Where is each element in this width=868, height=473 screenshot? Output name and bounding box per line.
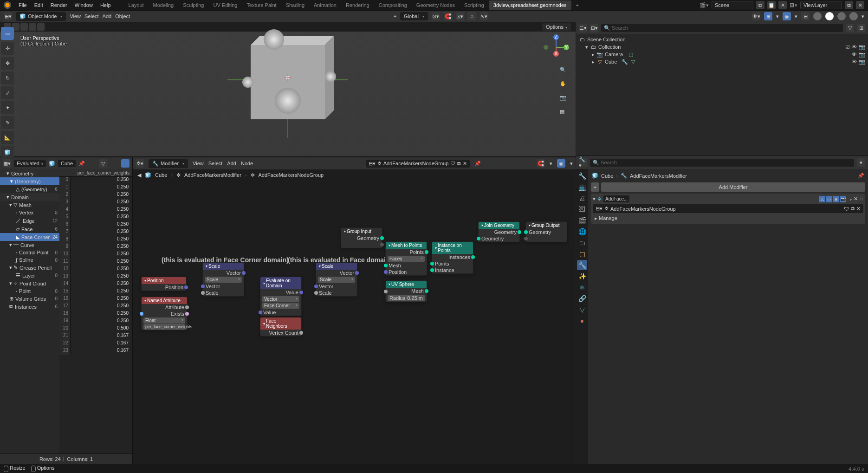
ne-menu-add[interactable]: Add <box>227 161 236 166</box>
tool-select-box-icon[interactable]: ▭ <box>1 27 14 40</box>
mod-realtime-icon[interactable]: 🖥 <box>833 196 839 202</box>
mod-render-icon[interactable]: 📷 <box>840 196 846 202</box>
viewlayer-delete-icon[interactable]: ✕ <box>856 1 864 9</box>
visibility-icon[interactable]: 👁▾ <box>752 12 760 20</box>
menu-window[interactable]: Window <box>71 2 97 8</box>
tab-texpaint[interactable]: Texture Paint <box>242 0 281 10</box>
node-scale-2[interactable]: Scale Vector Scale Vector Scale <box>316 262 357 297</box>
tree-curve[interactable]: ▾ 〰 Curve <box>0 241 59 249</box>
shading-matpreview-icon[interactable] <box>837 12 846 20</box>
tab-geonodes[interactable]: Geometry Nodes <box>412 0 460 10</box>
table-row[interactable]: 100.250 <box>59 251 132 259</box>
node-scale-1[interactable]: Scale Vector Scale Vector Scale <box>202 262 244 297</box>
outliner-camera[interactable]: ▸📷Camera▢👁📷 <box>578 51 866 58</box>
tool-scale-icon[interactable]: ⤢ <box>1 86 14 99</box>
tree-mesh[interactable]: ▾ ▽ Mesh <box>0 201 59 209</box>
pin-nodegroup-icon[interactable]: 📌 <box>474 161 481 167</box>
new-nodegroup-icon[interactable]: ⧉ <box>457 161 461 167</box>
vp-menu-object[interactable]: Object <box>115 13 130 19</box>
tree-spline[interactable]: ∫ Spline0 <box>0 256 59 264</box>
mod-top-icon[interactable]: △ <box>819 196 825 202</box>
eval-domain-type[interactable]: Vector <box>262 296 299 302</box>
camera-view-icon[interactable]: 📷 <box>560 95 571 106</box>
tab-scripting[interactable]: Scripting <box>460 0 489 10</box>
tab-sculpting[interactable]: Sculpting <box>178 0 208 10</box>
ng-fakeuser-icon[interactable]: 🛡 <box>844 206 849 212</box>
tool-annotate-icon[interactable]: ✎ <box>1 116 14 129</box>
orientation-icon[interactable]: ⌖ <box>394 13 396 19</box>
spreadsheet-editor-icon[interactable]: ▦▾ <box>3 159 11 168</box>
geonodes-type-select[interactable]: 🔧 Modifier <box>149 159 188 168</box>
menu-file[interactable]: File <box>15 2 31 8</box>
table-row[interactable]: 00.250 <box>59 177 132 184</box>
tab-shading[interactable]: Shading <box>281 0 309 10</box>
ng-unlink-icon[interactable]: ✕ <box>856 206 861 212</box>
tab-custom[interactable]: 3dview,spreadsheet,geomnodes <box>489 0 571 10</box>
spreadsheet-table[interactable]: per_face_corner_weights 00.25010.25020.2… <box>59 169 132 454</box>
sel-intersect-icon[interactable] <box>37 23 45 31</box>
table-row[interactable]: 200.500 <box>59 325 132 333</box>
node-editor-type-icon[interactable]: ✲▾ <box>136 159 144 168</box>
nodegroup-browse-icon[interactable]: ⊟▾ <box>369 161 376 167</box>
table-row[interactable]: 40.250 <box>59 207 132 214</box>
persp-ortho-icon[interactable]: ▦ <box>560 109 571 120</box>
pan-icon[interactable]: ✋ <box>560 81 571 92</box>
node-position[interactable]: Position Position <box>141 277 187 291</box>
node-face-neighbors[interactable]: Face Neighbors Vertex Count <box>260 317 302 337</box>
table-row[interactable]: 210.167 <box>59 333 132 340</box>
tab-constraints-icon[interactable]: 🔗 <box>577 293 587 304</box>
node-mesh-to-points[interactable]: Mesh to Points Points Faces Mesh Positio… <box>385 241 427 276</box>
fake-user-icon[interactable]: 🛡 <box>450 161 455 166</box>
zoom-icon[interactable]: 🔍 <box>560 67 571 78</box>
render-icon[interactable]: 📷 <box>859 59 865 65</box>
named-attr-type[interactable]: Float <box>143 317 185 324</box>
nodegroup-selector[interactable]: ⊟▾ ✲ AddFaceMarkersNodeGroup 🛡 ⧉ ✕ <box>366 160 470 168</box>
scene-copy-icon[interactable]: 📋 <box>767 1 776 9</box>
tab-viewlayer-icon[interactable]: 🖼 <box>577 204 587 214</box>
tool-transform-icon[interactable]: ✦ <box>1 101 14 114</box>
tab-layout[interactable]: Layout <box>124 0 149 10</box>
viewport-options[interactable]: Options <box>542 23 571 31</box>
eye-icon[interactable]: 👁 <box>852 52 857 58</box>
mod-extras-icon[interactable] <box>848 196 852 202</box>
bc-mod[interactable]: AddFaceMarkersModifier <box>184 172 241 178</box>
tree-gp[interactable]: ▾ ✎ Grease Pencil <box>0 264 59 272</box>
tree-face-corner[interactable]: ◣ Face Corner24 <box>0 233 59 241</box>
menu-help[interactable]: Help <box>97 2 115 8</box>
table-row[interactable]: 60.250 <box>59 221 132 229</box>
shading-wireframe-icon[interactable] <box>813 12 822 20</box>
breadcrumb-back-icon[interactable]: ◀ <box>137 172 141 178</box>
table-row[interactable]: 170.250 <box>59 303 132 311</box>
table-row[interactable]: 10.250 <box>59 184 132 192</box>
scene-name-field[interactable]: Scene <box>712 1 753 9</box>
tool-move-icon[interactable]: ✥ <box>1 57 14 70</box>
uv-sphere-radius[interactable]: Radius0.25 m <box>388 295 425 301</box>
outliner-search[interactable]: 🔍 Search <box>601 24 843 32</box>
table-row[interactable]: 110.250 <box>59 259 132 266</box>
viewlayer-name-field[interactable]: ViewLayer <box>800 1 842 9</box>
render-icon[interactable]: 📷 <box>859 44 865 50</box>
snap-toggle-icon[interactable]: 🧲 <box>444 12 452 20</box>
tab-uv[interactable]: UV Editing <box>208 0 242 10</box>
add-workspace-button[interactable]: + <box>571 0 583 10</box>
vp-menu-select[interactable]: Select <box>84 13 99 19</box>
tree-geometry-inner[interactable]: ▾ (Geometry) <box>0 177 59 185</box>
table-row[interactable]: 30.250 <box>59 199 132 207</box>
tree-domain[interactable]: ▾ Domain <box>0 193 59 201</box>
table-row[interactable]: 130.250 <box>59 273 132 281</box>
scene-new-icon[interactable]: ⧉ <box>756 1 764 9</box>
node-join-geometry[interactable]: Join Geometry Geometry Geometry <box>478 221 520 242</box>
mod-editmode-icon[interactable]: ▭ <box>826 196 832 202</box>
proportional-falloff-icon[interactable]: ∿▾ <box>480 12 488 20</box>
props-editor-icon[interactable]: 🔧▾ <box>579 158 587 167</box>
m2p-mode[interactable]: Faces <box>388 256 425 262</box>
outliner-editor-icon[interactable]: ☰▾ <box>579 24 587 32</box>
outliner-scene-collection[interactable]: 🗀Scene Collection <box>578 36 866 43</box>
eval-domain-domain[interactable]: Face Corner <box>262 303 299 309</box>
tab-modifiers-icon[interactable]: 🔧 <box>577 260 587 270</box>
table-row[interactable]: 20.250 <box>59 192 132 199</box>
vp-menu-add[interactable]: Add <box>103 13 112 19</box>
ng-copy-icon[interactable]: ⧉ <box>851 206 855 212</box>
checkbox-icon[interactable]: ☑ <box>845 44 850 50</box>
viewlayer-new-icon[interactable]: ⧉ <box>845 1 853 9</box>
